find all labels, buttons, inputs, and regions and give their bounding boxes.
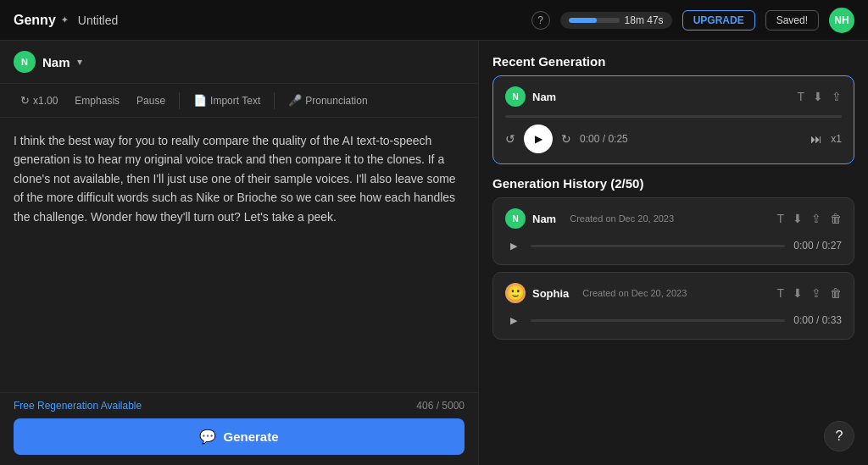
history-item-0: N Nam Created on Dec 20, 2023 T ⬇ ⇪ 🗑 ▶ (492, 197, 854, 265)
help-button[interactable]: ? (531, 11, 550, 30)
recent-generation-section: Recent Generation N Nam T ⬇ ⇪ (492, 54, 854, 164)
history-voice-0: N Nam Created on Dec 20, 2023 (505, 208, 674, 229)
speed-control[interactable]: ↻ x1.00 (14, 91, 64, 110)
history-progress-1 (531, 319, 785, 322)
text-icon[interactable]: T (797, 90, 804, 103)
import-text-label: Import Text (210, 95, 260, 107)
logo: Genny ✦ (14, 13, 68, 28)
toolbar-separator (179, 92, 180, 109)
import-text-button[interactable]: 📄 Import Text (186, 91, 267, 110)
voice-selector[interactable]: N Nam ▾ (0, 41, 478, 84)
left-panel: N Nam ▾ ↻ x1.00 Emphasis Pause 📄 Import … (0, 41, 479, 465)
delete-icon-h1[interactable]: 🗑 (830, 286, 842, 300)
bottom-bar: Free Regeneration Available 406 / 5000 (0, 392, 478, 418)
history-header-1: 🙂 Sophia Created on Dec 20, 2023 T ⬇ ⇪ 🗑 (505, 283, 842, 303)
toolbar-separator-2 (274, 92, 275, 109)
play-button[interactable]: ▶ (524, 125, 553, 153)
history-meta-1: Created on Dec 20, 2023 (582, 288, 687, 298)
document-title: Untitled (78, 14, 118, 27)
history-actions-0: T ⬇ ⇪ 🗑 (776, 212, 842, 225)
history-meta-0: Created on Dec 20, 2023 (570, 213, 674, 224)
timer-bar-fill (569, 18, 597, 23)
pronunciation-button[interactable]: 🎤 Pronunciation (281, 91, 374, 110)
upgrade-button[interactable]: UPGRADE (682, 10, 755, 30)
voice-name: Nam (42, 55, 70, 69)
history-time-1: 0:00 / 0:33 (793, 314, 842, 326)
timer-text: 18m 47s (625, 14, 664, 26)
forward-icon[interactable]: ↻ (561, 132, 571, 146)
pause-label: Pause (136, 95, 165, 107)
recent-card-actions: T ⬇ ⇪ (797, 90, 842, 103)
generate-label: Generate (223, 429, 278, 444)
emphasis-label: Emphasis (75, 95, 120, 107)
history-title: Generation History (2/50) (492, 176, 854, 191)
pause-button[interactable]: Pause (130, 91, 172, 110)
download-icon-h1[interactable]: ⬇ (793, 286, 803, 300)
download-icon-h0[interactable]: ⬇ (793, 212, 803, 225)
fast-forward-icon[interactable]: ⏭ (810, 132, 822, 146)
text-icon-h1[interactable]: T (776, 286, 784, 300)
text-editor[interactable]: I think the best way for you to really c… (0, 118, 478, 392)
pronunciation-label: Pronunciation (305, 95, 367, 107)
history-voice-name-0: Nam (532, 213, 556, 225)
share-icon[interactable]: ⇪ (832, 90, 842, 103)
toolbar: ↻ x1.00 Emphasis Pause 📄 Import Text 🎤 P… (0, 84, 478, 118)
logo-text: Genny (14, 13, 56, 28)
history-actions-1: T ⬇ ⇪ 🗑 (776, 286, 842, 300)
help-fab-button[interactable]: ? (824, 421, 854, 451)
play-button-h1[interactable]: ▶ (505, 312, 522, 329)
history-avatar-1: 🙂 (505, 283, 526, 303)
emphasis-button[interactable]: Emphasis (68, 91, 126, 110)
recent-voice-info: N Nam (505, 86, 556, 107)
recent-progress-bar (505, 115, 842, 118)
download-icon[interactable]: ⬇ (813, 90, 823, 103)
recent-audio-controls: ↺ ▶ ↻ 0:00 / 0:25 ⏭ x1 (505, 125, 842, 153)
voice-avatar: N (14, 51, 36, 73)
recent-card-header: N Nam T ⬇ ⇪ (505, 86, 842, 107)
timer-bar (569, 18, 620, 23)
history-time-0: 0:00 / 0:27 (793, 240, 842, 252)
speed-label: x1.00 (33, 95, 58, 107)
history-controls-1: ▶ 0:00 / 0:33 (505, 312, 842, 329)
replay-icon[interactable]: ↺ (505, 132, 515, 146)
history-avatar-0: N (505, 208, 526, 229)
recent-title: Recent Generation (492, 54, 854, 69)
generate-button[interactable]: 💬 Generate (14, 418, 465, 455)
history-voice-name-1: Sophia (532, 287, 569, 300)
pronunciation-icon: 🎤 (288, 94, 302, 107)
recent-voice-name: Nam (532, 91, 556, 103)
share-icon-h1[interactable]: ⇪ (811, 286, 821, 300)
play-button-h0[interactable]: ▶ (505, 237, 522, 254)
history-voice-1: 🙂 Sophia Created on Dec 20, 2023 (505, 283, 687, 303)
right-panel: Recent Generation N Nam T ⬇ ⇪ (479, 41, 868, 465)
editor-content: I think the best way for you to really c… (14, 134, 456, 224)
generate-icon: 💬 (199, 429, 216, 445)
char-count: 406 / 5000 (416, 400, 465, 412)
share-icon-h0[interactable]: ⇪ (811, 212, 821, 225)
import-icon: 📄 (193, 94, 207, 107)
logo-star-icon: ✦ (61, 15, 68, 25)
saved-button[interactable]: Saved! (765, 10, 819, 30)
history-header-0: N Nam Created on Dec 20, 2023 T ⬇ ⇪ 🗑 (505, 208, 842, 229)
recent-voice-avatar: N (505, 86, 526, 107)
history-controls-0: ▶ 0:00 / 0:27 (505, 237, 842, 254)
main-layout: N Nam ▾ ↻ x1.00 Emphasis Pause 📄 Import … (0, 41, 868, 465)
avatar[interactable]: NH (829, 8, 854, 33)
speed-icon: ↻ (20, 94, 30, 107)
chevron-down-icon: ▾ (77, 56, 82, 68)
speed-label[interactable]: x1 (831, 133, 842, 145)
time-display: 0:00 / 0:25 (580, 133, 628, 145)
free-regen-label[interactable]: Free Regeneration Available (14, 400, 142, 412)
timer-display: 18m 47s (560, 12, 672, 29)
history-progress-0 (531, 245, 785, 247)
history-item-1: 🙂 Sophia Created on Dec 20, 2023 T ⬇ ⇪ 🗑… (492, 272, 854, 340)
delete-icon-h0[interactable]: 🗑 (830, 212, 842, 225)
recent-audio-card: N Nam T ⬇ ⇪ ↺ ▶ ↻ (492, 75, 854, 164)
text-icon-h0[interactable]: T (776, 212, 784, 225)
generation-history-section: Generation History (2/50) N Nam Created … (492, 176, 854, 340)
header: Genny ✦ Untitled ? 18m 47s UPGRADE Saved… (0, 0, 868, 41)
